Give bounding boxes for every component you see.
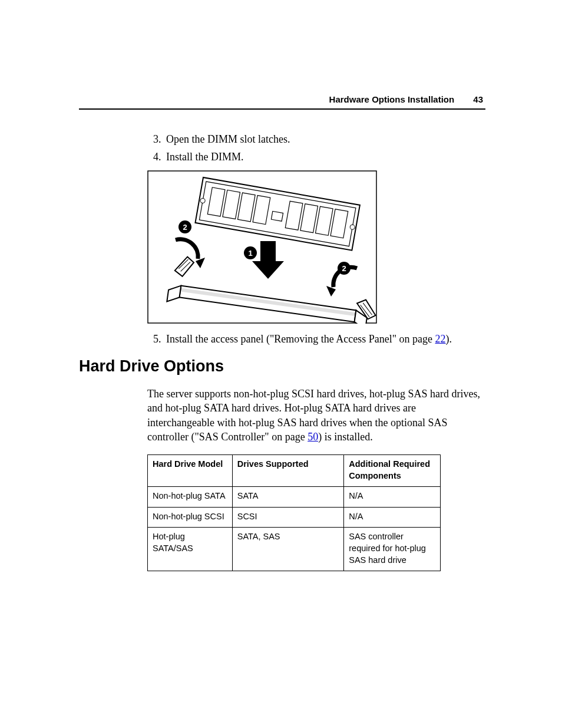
table-header-model: Hard Drive Model bbox=[148, 455, 233, 487]
hd-para-after-link: ) is installed. bbox=[318, 431, 373, 443]
table-cell: Hot-plug SATA/SAS bbox=[148, 528, 233, 571]
hard-drive-options-paragraph: The server supports non-hot-plug SCSI ha… bbox=[147, 387, 484, 444]
access-panel-page-link[interactable]: 22 bbox=[435, 333, 446, 345]
table-row: Non-hot-plug SCSI SCSI N/A bbox=[148, 507, 441, 528]
running-header-section: Hardware Options Installation bbox=[329, 94, 455, 104]
step-4: Install the DIMM. bbox=[164, 150, 484, 164]
step-5-text-after: ). bbox=[446, 333, 452, 345]
table-cell: SCSI bbox=[232, 507, 344, 528]
dimm-install-figure: 2 1 2 bbox=[147, 170, 484, 324]
svg-rect-11 bbox=[271, 211, 283, 221]
sas-controller-page-link[interactable]: 50 bbox=[308, 431, 318, 443]
page-number: 43 bbox=[473, 94, 483, 104]
figure-callout-right: 2 bbox=[342, 264, 346, 273]
step-3: Open the DIMM slot latches. bbox=[164, 132, 484, 146]
running-header: Hardware Options Installation 43 bbox=[329, 94, 483, 104]
table-header-row: Hard Drive Model Drives Supported Additi… bbox=[148, 455, 441, 487]
table-cell: SATA, SAS bbox=[232, 528, 344, 571]
header-rule bbox=[79, 108, 485, 110]
figure-callout-left: 2 bbox=[183, 223, 187, 232]
install-steps-part2: Install the access panel ("Removing the … bbox=[147, 332, 484, 346]
install-steps-part1: Open the DIMM slot latches. Install the … bbox=[147, 132, 484, 164]
table-header-supported: Drives Supported bbox=[232, 455, 344, 487]
table-cell: N/A bbox=[344, 487, 441, 508]
table-row: Hot-plug SATA/SAS SATA, SAS SAS controll… bbox=[148, 528, 441, 571]
table-cell: SATA bbox=[232, 487, 344, 508]
step-5: Install the access panel ("Removing the … bbox=[164, 332, 484, 346]
table-cell: N/A bbox=[344, 507, 441, 528]
svg-rect-14 bbox=[260, 241, 276, 261]
table-cell: SAS controller required for hot-plug SAS… bbox=[344, 528, 441, 571]
figure-callout-center: 1 bbox=[248, 249, 252, 258]
table-row: Non-hot-plug SATA SATA N/A bbox=[148, 487, 441, 508]
table-header-components: Additional Required Components bbox=[344, 455, 441, 487]
table-cell: Non-hot-plug SATA bbox=[148, 487, 233, 508]
section-heading-hard-drive-options: Hard Drive Options bbox=[79, 357, 224, 375]
hard-drive-options-table: Hard Drive Model Drives Supported Additi… bbox=[147, 454, 441, 571]
step-5-text-before: Install the access panel ("Removing the … bbox=[166, 333, 435, 345]
table-cell: Non-hot-plug SCSI bbox=[148, 507, 233, 528]
